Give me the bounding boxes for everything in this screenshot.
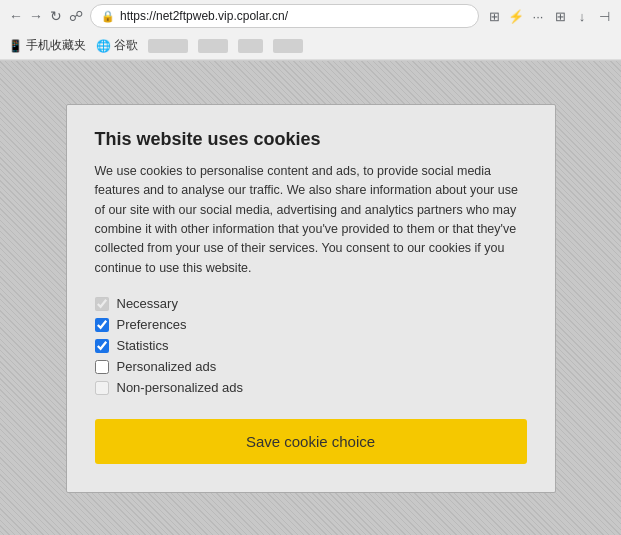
google-icon: 🌐 <box>96 39 111 53</box>
url-text: https://net2ftpweb.vip.cpolar.cn/ <box>120 9 288 23</box>
lock-icon: 🔒 <box>101 10 115 23</box>
bookmark-mobile-label: 手机收藏夹 <box>26 37 86 54</box>
option-non-personalized-ads[interactable]: Non-personalized ads <box>95 380 527 395</box>
dialog-body: We use cookies to personalise content an… <box>95 162 527 278</box>
browser-actions: ⊞ ⚡ ··· ⊞ ↓ ⊣ <box>485 7 613 25</box>
option-preferences-label: Preferences <box>117 317 187 332</box>
bookmark-placeholder-1 <box>148 39 188 53</box>
option-preferences[interactable]: Preferences <box>95 317 527 332</box>
more-icon[interactable]: ··· <box>529 7 547 25</box>
checkbox-non-personalized-ads[interactable] <box>95 381 109 395</box>
browser-chrome: ← → ↻ ☍ 🔒 https://net2ftpweb.vip.cpolar.… <box>0 0 621 61</box>
dialog-title: This website uses cookies <box>95 129 527 150</box>
option-statistics[interactable]: Statistics <box>95 338 527 353</box>
url-input-wrap[interactable]: 🔒 https://net2ftpweb.vip.cpolar.cn/ <box>90 4 479 28</box>
url-bar: ← → ↻ ☍ 🔒 https://net2ftpweb.vip.cpolar.… <box>0 0 621 32</box>
option-necessary-label: Necessary <box>117 296 178 311</box>
back-icon[interactable]: ← <box>8 8 24 24</box>
cookie-options: Necessary Preferences Statistics Persona… <box>95 296 527 395</box>
cookie-dialog: This website uses cookies We use cookies… <box>66 104 556 493</box>
save-cookie-button[interactable]: Save cookie choice <box>95 419 527 464</box>
checkbox-necessary[interactable] <box>95 297 109 311</box>
sidebar-icon[interactable]: ⊣ <box>595 7 613 25</box>
checkbox-personalized-ads[interactable] <box>95 360 109 374</box>
option-personalized-ads[interactable]: Personalized ads <box>95 359 527 374</box>
option-personalized-ads-label: Personalized ads <box>117 359 217 374</box>
bookmarks-bar: 📱 手机收藏夹 🌐 谷歌 <box>0 32 621 60</box>
forward-icon[interactable]: → <box>28 8 44 24</box>
checkbox-statistics[interactable] <box>95 339 109 353</box>
translate-icon[interactable]: ⊞ <box>485 7 503 25</box>
option-statistics-label: Statistics <box>117 338 169 353</box>
bookmark-google[interactable]: 🌐 谷歌 <box>96 37 138 54</box>
mobile-icon: 📱 <box>8 39 23 53</box>
lightning-icon[interactable]: ⚡ <box>507 7 525 25</box>
download-icon[interactable]: ↓ <box>573 7 591 25</box>
checkbox-preferences[interactable] <box>95 318 109 332</box>
bookmark-placeholder-3 <box>238 39 263 53</box>
reload-icon[interactable]: ↻ <box>48 8 64 24</box>
bookmark-google-label: 谷歌 <box>114 37 138 54</box>
bookmark-placeholder-2 <box>198 39 228 53</box>
bookmark-mobile[interactable]: 📱 手机收藏夹 <box>8 37 86 54</box>
apps-icon[interactable]: ⊞ <box>551 7 569 25</box>
home-icon[interactable]: ☍ <box>68 8 84 24</box>
option-necessary[interactable]: Necessary <box>95 296 527 311</box>
page-content: This website uses cookies We use cookies… <box>0 61 621 535</box>
option-non-personalized-ads-label: Non-personalized ads <box>117 380 243 395</box>
bookmark-placeholder-4 <box>273 39 303 53</box>
nav-icons: ← → ↻ ☍ <box>8 8 84 24</box>
